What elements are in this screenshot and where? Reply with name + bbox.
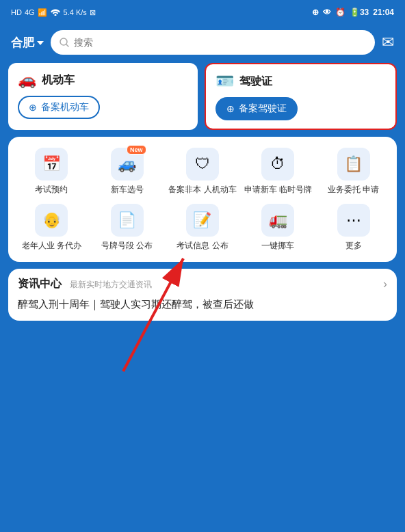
menu-icon-plate-segment: 📄: [111, 204, 144, 237]
menu-icon-exam-info: 📝: [186, 204, 219, 237]
register-license-label: 备案驾驶证: [239, 103, 287, 115]
exam-booking-icon: 📅: [42, 155, 61, 173]
menu-label-exam-booking: 考试预约: [35, 185, 68, 196]
news-header: 资讯中心 最新实时地方交通资讯 ›: [18, 277, 387, 291]
menu-item-elderly-service[interactable]: 👴老年人业 务代办: [14, 204, 89, 252]
status-signal: 4G: [25, 8, 35, 16]
elderly-service-icon: 👴: [42, 211, 61, 229]
status-speed: 5.4 K/s: [64, 8, 87, 16]
status-brightness: ⊕: [312, 8, 319, 17]
status-eye: 👁: [323, 8, 331, 17]
header: 合肥 ✉: [0, 25, 405, 63]
cards-row: 🚗 机动车 ⊕ 备案机动车 🪪 驾驶证 ⊕ 备案驾驶证: [0, 63, 405, 130]
search-icon: [59, 37, 70, 48]
status-box: ⊠: [90, 8, 96, 17]
menu-label-delegate: 业务委托 申请: [328, 185, 379, 196]
status-battery: 🔋33: [350, 8, 369, 17]
status-hd: HD: [11, 8, 22, 16]
search-bar[interactable]: [51, 30, 375, 55]
car-icon: 🚗: [18, 71, 36, 89]
status-left: HD 4G 📶 5.4 K/s ⊠: [11, 8, 96, 17]
delegate-icon: 📋: [344, 155, 363, 173]
menu-icon-tow-car: 🚛: [261, 204, 294, 237]
menu-label-non-personal-vehicle: 备案非本 人机动车: [168, 185, 236, 196]
motor-card-title: 机动车: [42, 73, 75, 88]
mail-icon[interactable]: ✉: [382, 34, 394, 51]
temp-plate-icon: ⏱: [270, 155, 285, 173]
new-badge: New: [127, 145, 146, 155]
menu-item-new-car[interactable]: 🚙New新车选号: [89, 148, 164, 196]
status-signal-bars: 📶: [38, 8, 47, 17]
menu-item-non-personal-vehicle[interactable]: 🛡备案非本 人机动车: [165, 148, 240, 196]
menu-icon-elderly-service: 👴: [35, 204, 68, 237]
menu-icon-temp-plate: ⏱: [261, 148, 294, 181]
motor-card-header: 🚗 机动车: [18, 71, 188, 89]
menu-label-tow-car: 一键挪车: [261, 241, 294, 252]
menu-label-temp-plate: 申请新车 临时号牌: [244, 185, 312, 196]
menu-item-temp-plate[interactable]: ⏱申请新车 临时号牌: [240, 148, 315, 196]
license-card-header: 🪪 驾驶证: [215, 72, 386, 90]
plus-icon-2: ⊕: [226, 103, 235, 114]
register-license-button[interactable]: ⊕ 备案驾驶证: [215, 97, 298, 120]
tow-car-icon: 🚛: [269, 211, 287, 229]
news-section: 资讯中心 最新实时地方交通资讯 › 醉驾入刑十周年｜驾驶人实习期还醉驾，被查后还…: [8, 269, 397, 321]
status-alarm: ⏰: [335, 8, 345, 17]
menu-icon-delegate: 📋: [337, 148, 370, 181]
menu-label-exam-info: 考试信息 公布: [177, 241, 228, 252]
menu-icon-exam-booking: 📅: [35, 148, 68, 181]
location-button[interactable]: 合肥: [11, 35, 44, 51]
menu-section: 📅考试预约🚙New新车选号🛡备案非本 人机动车⏱申请新车 临时号牌📋业务委托 申…: [8, 137, 397, 262]
plus-icon: ⊕: [29, 102, 37, 113]
license-icon: 🪪: [215, 72, 234, 90]
non-personal-vehicle-icon: 🛡: [195, 155, 210, 173]
chevron-down-icon: [37, 41, 44, 45]
register-motor-button[interactable]: ⊕ 备案机动车: [18, 96, 100, 119]
svg-line-1: [66, 44, 68, 46]
menu-icon-non-personal-vehicle: 🛡: [186, 148, 219, 181]
menu-icon-more: ⋯: [337, 204, 370, 237]
menu-item-delegate[interactable]: 📋业务委托 申请: [316, 148, 391, 196]
menu-grid: 📅考试预约🚙New新车选号🛡备案非本 人机动车⏱申请新车 临时号牌📋业务委托 申…: [14, 148, 391, 251]
register-motor-label: 备案机动车: [41, 101, 89, 114]
license-card-title: 驾驶证: [239, 75, 272, 89]
motor-card: 🚗 机动车 ⊕ 备案机动车: [8, 63, 198, 130]
news-subtitle: 最新实时地方交通资讯: [70, 280, 152, 289]
status-bar: HD 4G 📶 5.4 K/s ⊠ ⊕ 👁 ⏰ 🔋33 21:04: [0, 0, 405, 25]
status-right: ⊕ 👁 ⏰ 🔋33 21:04: [312, 8, 394, 17]
exam-info-icon: 📝: [193, 211, 211, 229]
news-header-left: 资讯中心 最新实时地方交通资讯: [18, 277, 152, 291]
menu-label-elderly-service: 老年人业 务代办: [22, 241, 81, 252]
license-card: 🪪 驾驶证 ⊕ 备案驾驶证: [205, 63, 397, 130]
new-car-icon: 🚙: [118, 155, 136, 173]
news-title: 资讯中心: [18, 278, 62, 289]
menu-item-plate-segment[interactable]: 📄号牌号段 公布: [89, 204, 164, 252]
location-text: 合肥: [11, 35, 34, 51]
menu-label-more: 更多: [345, 241, 362, 252]
menu-label-new-car: 新车选号: [111, 185, 144, 196]
menu-label-plate-segment: 号牌号段 公布: [101, 241, 153, 252]
menu-item-more[interactable]: ⋯更多: [316, 204, 391, 252]
plate-segment-icon: 📄: [118, 211, 136, 229]
menu-item-exam-info[interactable]: 📝考试信息 公布: [165, 204, 240, 252]
status-wifi: [50, 8, 61, 17]
more-icon: ⋯: [346, 211, 361, 229]
menu-item-exam-booking[interactable]: 📅考试预约: [14, 148, 89, 196]
search-input[interactable]: [74, 37, 367, 48]
status-time: 21:04: [373, 8, 394, 17]
menu-item-tow-car[interactable]: 🚛一键挪车: [240, 204, 315, 252]
menu-icon-new-car: 🚙New: [111, 148, 144, 181]
news-headline[interactable]: 醉驾入刑十周年｜驾驶人实习期还醉驾，被查后还做: [18, 297, 387, 312]
news-more-icon[interactable]: ›: [383, 277, 387, 291]
